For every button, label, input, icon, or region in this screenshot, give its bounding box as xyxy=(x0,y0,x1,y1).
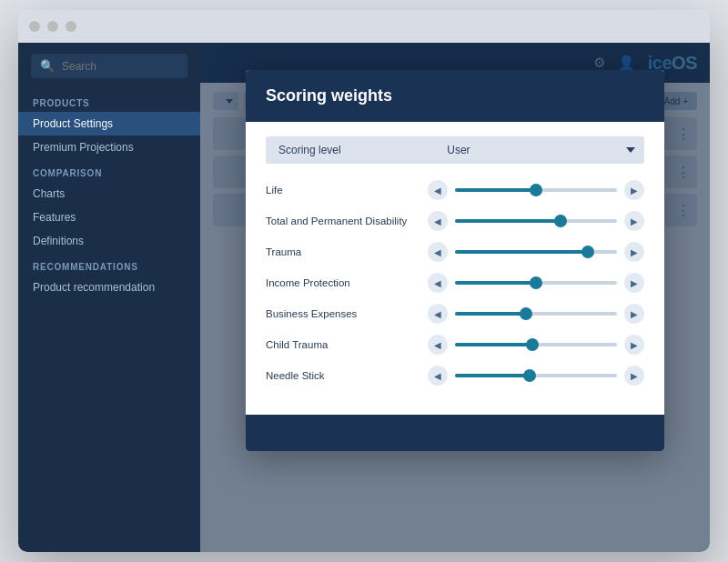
slider-track-tpd[interactable] xyxy=(455,219,617,223)
traffic-light-minimize[interactable] xyxy=(47,21,58,32)
slider-row-income: Income Protection ◀ ▶ xyxy=(266,273,644,293)
search-icon: 🔍 xyxy=(40,59,55,73)
slider-decrement-life[interactable]: ◀ xyxy=(428,180,448,200)
slider-fill-income xyxy=(455,281,536,285)
slider-increment-tpd[interactable]: ▶ xyxy=(624,211,644,231)
slider-thumb-child[interactable] xyxy=(526,338,539,351)
slider-row-life: Life ◀ ▶ xyxy=(266,180,644,200)
slider-track-child[interactable] xyxy=(455,343,617,346)
slider-fill-tpd xyxy=(455,219,561,223)
browser-content: 🔍 PRODUCTS Product Settings Premium Proj… xyxy=(18,43,710,552)
slider-label-child: Child Trauma xyxy=(266,339,420,350)
slider-label-needle: Needle Stick xyxy=(266,370,420,381)
slider-decrement-business[interactable]: ◀ xyxy=(428,304,448,324)
sidebar-item-product-recommendation[interactable]: Product recommendation xyxy=(18,276,200,299)
slider-track-trauma[interactable] xyxy=(455,250,617,254)
slider-increment-child[interactable]: ▶ xyxy=(624,335,644,355)
scoring-level-select[interactable]: User xyxy=(434,136,644,164)
slider-increment-trauma[interactable]: ▶ xyxy=(624,242,644,262)
slider-fill-child xyxy=(455,343,532,346)
slider-track-business[interactable] xyxy=(455,312,617,316)
slider-increment-needle[interactable]: ▶ xyxy=(624,366,644,386)
sidebar-item-product-settings[interactable]: Product Settings xyxy=(18,112,200,135)
slider-increment-business[interactable]: ▶ xyxy=(624,304,644,324)
slider-row-needle: Needle Stick ◀ ▶ xyxy=(266,366,644,386)
main-area: ⚙ 👤 iceOS Ratings Add + xyxy=(200,43,710,552)
slider-thumb-life[interactable] xyxy=(530,184,542,196)
slider-row-child: Child Trauma ◀ ▶ xyxy=(266,335,644,355)
slider-decrement-child[interactable]: ◀ xyxy=(428,335,448,355)
slider-track-life[interactable] xyxy=(455,188,617,192)
slider-decrement-needle[interactable]: ◀ xyxy=(428,366,448,386)
sidebar-search-box[interactable]: 🔍 xyxy=(31,54,187,78)
slider-label-life: Life xyxy=(266,185,420,196)
traffic-light-close[interactable] xyxy=(29,21,40,32)
slider-decrement-tpd[interactable]: ◀ xyxy=(428,211,448,231)
browser-window: 🔍 PRODUCTS Product Settings Premium Proj… xyxy=(18,10,710,552)
sidebar-section-comparison: COMPARISON xyxy=(18,159,200,182)
slider-thumb-income[interactable] xyxy=(530,276,542,289)
scoring-level-label: Scoring level xyxy=(266,136,434,164)
slider-label-trauma: Trauma xyxy=(266,246,420,257)
slider-thumb-trauma[interactable] xyxy=(581,246,594,258)
traffic-light-maximize[interactable] xyxy=(66,21,76,32)
slider-label-tpd: Total and Permanent Disability xyxy=(266,216,420,226)
scoring-weights-modal: Scoring weights Scoring level User xyxy=(246,70,664,451)
slider-thumb-tpd[interactable] xyxy=(554,215,567,227)
slider-fill-business xyxy=(455,312,526,316)
slider-thumb-needle[interactable] xyxy=(523,369,536,382)
sidebar: 🔍 PRODUCTS Product Settings Premium Proj… xyxy=(18,43,200,552)
sidebar-item-charts[interactable]: Charts xyxy=(18,182,200,206)
modal-body: Scoring level User Life ◀ xyxy=(246,122,664,415)
sidebar-section-recommendations: RECOMMENDATIONS xyxy=(18,253,200,276)
modal-header: Scoring weights xyxy=(246,70,664,122)
slider-label-income: Income Protection xyxy=(266,277,420,288)
slider-fill-life xyxy=(455,188,536,192)
slider-track-income[interactable] xyxy=(455,281,617,285)
sidebar-section-products: PRODUCTS xyxy=(18,89,200,112)
slider-label-business: Business Expenses xyxy=(266,308,420,319)
browser-titlebar xyxy=(18,10,710,43)
search-input[interactable] xyxy=(62,60,178,73)
scoring-level-row: Scoring level User xyxy=(266,136,644,164)
slider-fill-needle xyxy=(455,374,530,377)
slider-decrement-trauma[interactable]: ◀ xyxy=(428,242,448,262)
slider-decrement-income[interactable]: ◀ xyxy=(428,273,448,293)
sidebar-item-features[interactable]: Features xyxy=(18,206,200,229)
slider-row-trauma: Trauma ◀ ▶ xyxy=(266,242,644,262)
modal-overlay: Scoring weights Scoring level User xyxy=(200,43,710,552)
modal-footer xyxy=(246,415,664,451)
sidebar-item-definitions[interactable]: Definitions xyxy=(18,229,200,253)
slider-thumb-business[interactable] xyxy=(520,307,532,320)
sidebar-item-premium-projections[interactable]: Premium Projections xyxy=(18,135,200,159)
slider-fill-trauma xyxy=(455,250,588,254)
slider-row-business: Business Expenses ◀ ▶ xyxy=(266,304,644,324)
slider-increment-life[interactable]: ▶ xyxy=(624,180,644,200)
slider-row-tpd: Total and Permanent Disability ◀ ▶ xyxy=(266,211,644,231)
slider-increment-income[interactable]: ▶ xyxy=(624,273,644,293)
modal-title: Scoring weights xyxy=(266,86,644,105)
slider-track-needle[interactable] xyxy=(455,374,617,377)
